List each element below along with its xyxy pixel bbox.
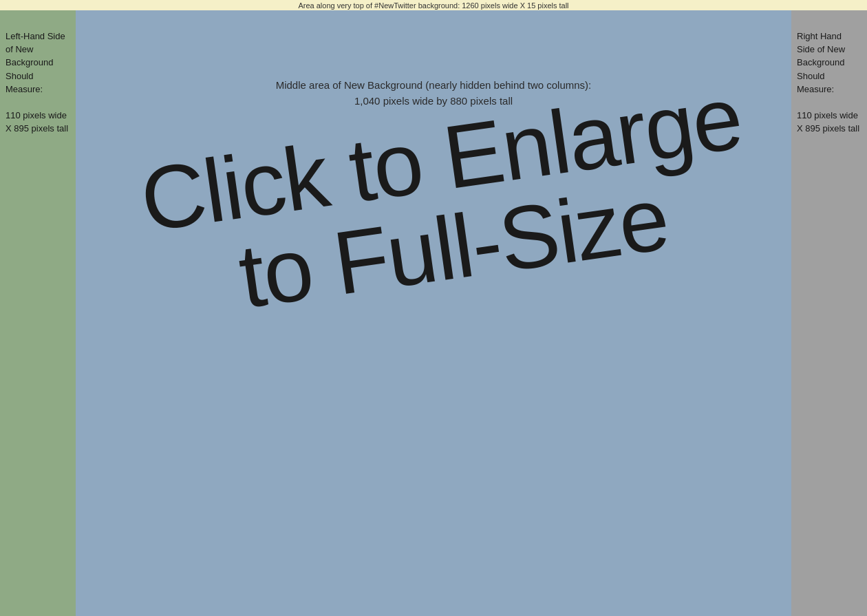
main-area: Left-Hand Side of New Background Should … xyxy=(0,10,867,616)
left-sidebar-dimensions: 110 pixels wide X 895 pixels tall xyxy=(6,110,68,134)
top-bar-text: Area along very top of #NewTwitter backg… xyxy=(298,1,568,10)
left-sidebar-text: Left-Hand Side of New Background Should … xyxy=(6,31,68,134)
center-area[interactable]: Middle area of New Background (nearly hi… xyxy=(76,10,791,616)
top-bar: Area along very top of #NewTwitter backg… xyxy=(0,0,867,10)
center-info-text: Middle area of New Background (nearly hi… xyxy=(276,79,592,91)
right-sidebar: Right Hand Side of New Background Should… xyxy=(791,10,867,616)
left-sidebar: Left-Hand Side of New Background Should … xyxy=(0,10,76,616)
right-sidebar-dimensions: 110 pixels wide X 895 pixels tall xyxy=(797,110,859,134)
click-to-enlarge-text[interactable]: Click to Enlargeto Full-Size xyxy=(101,67,794,339)
right-sidebar-text: Right Hand Side of New Background Should… xyxy=(797,31,859,134)
